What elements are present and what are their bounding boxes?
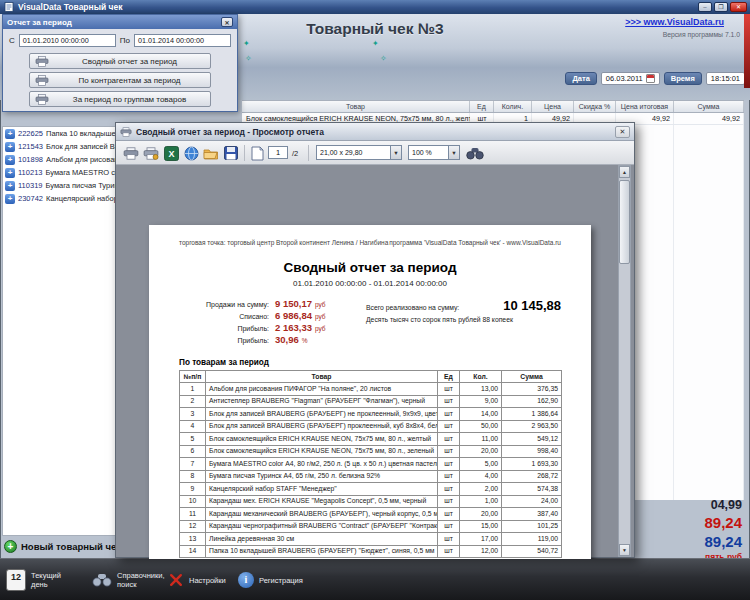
product-code: 121543	[18, 142, 43, 151]
visualdata-link[interactable]: >>> www.VisualData.ru	[625, 17, 724, 27]
page-icon	[251, 146, 264, 161]
report-button[interactable]: Сводный отчет за период	[29, 53, 211, 69]
report-button[interactable]: За период по группам товаров	[29, 91, 211, 107]
save-button[interactable]	[222, 144, 240, 162]
folder-open-icon	[203, 147, 219, 160]
export-html-button[interactable]	[182, 144, 200, 162]
row-number: 11	[180, 508, 206, 520]
stat-row: Списано: 6 986,84 руб	[179, 310, 359, 322]
row-qty: 11,00	[460, 433, 502, 445]
row-qty: 13,00	[460, 383, 502, 395]
table-row: 6 Блок самоклеящийся ERICH KRAUSE NEON, …	[180, 445, 562, 457]
scrollbar-thumb[interactable]	[619, 180, 630, 264]
paper-size-select[interactable]: 21,00 x 29,80 ▼	[316, 145, 402, 160]
table-row: 5 Блок самоклеящийся ERICH KRAUSE NEON, …	[180, 433, 562, 445]
close-button[interactable]: ✕	[730, 2, 747, 12]
add-item-icon[interactable]: +	[5, 155, 15, 165]
scroll-down-icon[interactable]: ▼	[619, 544, 630, 556]
chevron-down-icon[interactable]: ▼	[390, 146, 401, 159]
calendar-icon[interactable]	[646, 74, 655, 83]
goods-col-header: Товар	[206, 371, 438, 383]
row-sum: 540,72	[502, 545, 562, 557]
row-product: Линейка деревянная 30 см	[206, 533, 438, 545]
minimize-button[interactable]: –	[698, 2, 712, 12]
table-row: 2 Антистеплер BRAUBERG "Flagman" (БРАУБЕ…	[180, 395, 562, 407]
report-total-label: Всего реализовано на сумму:	[366, 304, 459, 311]
to-label: По	[120, 36, 130, 45]
directories-search-button[interactable]: Справочники, поиск	[92, 563, 165, 597]
print-settings-button[interactable]	[142, 144, 160, 162]
from-date-input[interactable]: 01.01.2010 00:00:00	[19, 34, 116, 47]
row-number: 1	[180, 383, 206, 395]
bb-label: Текущий	[31, 571, 61, 580]
export-excel-button[interactable]: X	[162, 144, 180, 162]
product-code: 110319	[18, 181, 42, 190]
row-number: 8	[180, 470, 206, 482]
svg-text:X: X	[168, 149, 174, 159]
add-item-icon[interactable]: +	[5, 168, 15, 178]
to-date-input[interactable]: 01.01.2014 00:00:00	[134, 34, 231, 47]
add-item-icon[interactable]: +	[5, 142, 15, 152]
report-stats: Продажи на сумму: 9 150,17 руб Списано: …	[179, 298, 359, 346]
row-qty: 17,00	[460, 533, 502, 545]
stat-label: Списано:	[179, 313, 269, 320]
report-total-block: Всего реализовано на сумму: 10 145,88 Де…	[366, 298, 561, 346]
zoom-select[interactable]: 100 % ▼	[408, 145, 460, 160]
new-receipt-button[interactable]: + Новый товарный чек	[4, 537, 121, 556]
scroll-up-icon[interactable]: ▲	[619, 166, 630, 178]
registration-button[interactable]: i Регистрация	[238, 563, 303, 597]
row-product: Блок для записей BRAUBERG (БРАУБЕРГ) не …	[206, 408, 438, 420]
paper-size-value: 21,00 x 29,80	[317, 149, 390, 156]
stat-row: Прибыль: 2 163,33 руб	[179, 322, 359, 334]
maximize-button[interactable]: ❐	[714, 2, 728, 12]
search-button[interactable]	[466, 144, 484, 162]
row-number: 13	[180, 533, 206, 545]
bottom-bar: 12 Текущий день Справочники, поиск Настр…	[0, 558, 750, 600]
table-row: 4 Блок для записей BRAUBERG (БРАУБЕРГ) п…	[180, 420, 562, 432]
stat-value: 9 150,17	[269, 298, 312, 309]
column-header: Сумма	[674, 101, 744, 112]
product-code: 101898	[18, 155, 43, 164]
date-field[interactable]: 06.03.2011	[601, 72, 660, 85]
zoom-value: 100 %	[409, 149, 448, 156]
row-product: Блок для записей BRAUBERG (БРАУБЕРГ) про…	[206, 420, 438, 432]
time-field[interactable]: 18:15:01	[706, 72, 745, 85]
globe-icon	[184, 146, 199, 161]
product-code: 230742	[18, 194, 43, 203]
report-title: Сводный отчет за период	[179, 260, 561, 275]
report-preview-window: Сводный отчет за период - Просмотр отчет…	[115, 122, 635, 558]
add-item-icon[interactable]: +	[5, 129, 15, 139]
row-sum: 1 386,64	[502, 408, 562, 420]
row-qty: 50,00	[460, 420, 502, 432]
preview-close-button[interactable]: ✕	[615, 126, 630, 138]
preview-title: Сводный отчет за период - Просмотр отчет…	[136, 127, 324, 137]
period-row: С 01.01.2010 00:00:00 По 01.01.2014 00:0…	[3, 34, 237, 47]
add-item-icon[interactable]: +	[5, 181, 15, 191]
row-sum: 574,38	[502, 483, 562, 495]
chevron-down-icon[interactable]: ▼	[448, 146, 459, 159]
dialog-close-button[interactable]: ✕	[221, 17, 233, 27]
row-number: 10	[180, 495, 206, 507]
current-day-button[interactable]: 12 Текущий день	[6, 563, 61, 597]
row-qty: 12,00	[460, 545, 502, 557]
report-total-words: Десять тысяч сто сорок пять рублей 88 ко…	[366, 316, 561, 325]
time-value: 18:15:01	[711, 74, 740, 83]
print-button[interactable]	[122, 144, 140, 162]
calendar-icon: 12	[6, 569, 26, 591]
add-item-icon[interactable]: +	[5, 194, 15, 204]
page-setup-button[interactable]	[248, 144, 266, 162]
row-qty: 20,00	[460, 508, 502, 520]
report-button[interactable]: По контрагентам за период	[29, 72, 211, 88]
decorative-icon: ✦	[372, 40, 379, 48]
bb-label: Регистрация	[259, 576, 303, 585]
settings-button[interactable]: Настройки	[168, 563, 226, 597]
preview-titlebar: Сводный отчет за период - Просмотр отчет…	[116, 123, 634, 141]
row-product: Антистеплер BRAUBERG "Flagman" (БРАУБЕРГ…	[206, 395, 438, 407]
row-sum: 1 693,30	[502, 458, 562, 470]
calendar-day: 12	[7, 570, 25, 585]
time-label: Время	[664, 72, 702, 85]
vertical-scrollbar[interactable]: ▲ ▼	[618, 165, 631, 557]
open-button[interactable]	[202, 144, 220, 162]
page-number-input[interactable]: 1	[268, 146, 288, 159]
row-unit: шт	[438, 433, 460, 445]
